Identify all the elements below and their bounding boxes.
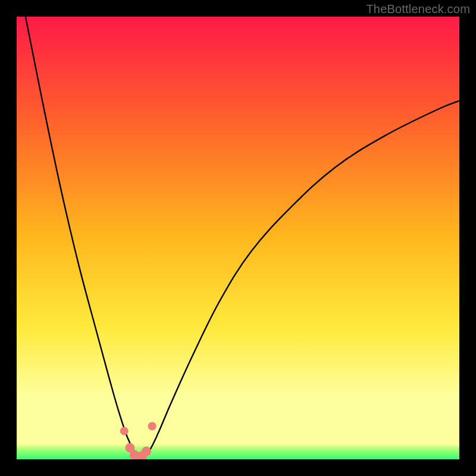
plot-area <box>17 17 459 459</box>
watermark-text: TheBottleneck.com <box>366 2 470 16</box>
marker-dot <box>120 427 129 435</box>
marker-dot <box>142 447 151 456</box>
marker-dot <box>148 422 156 430</box>
chart-stage: TheBottleneck.com <box>0 0 476 476</box>
gradient-background <box>17 17 459 459</box>
bottleneck-chart <box>17 17 459 459</box>
